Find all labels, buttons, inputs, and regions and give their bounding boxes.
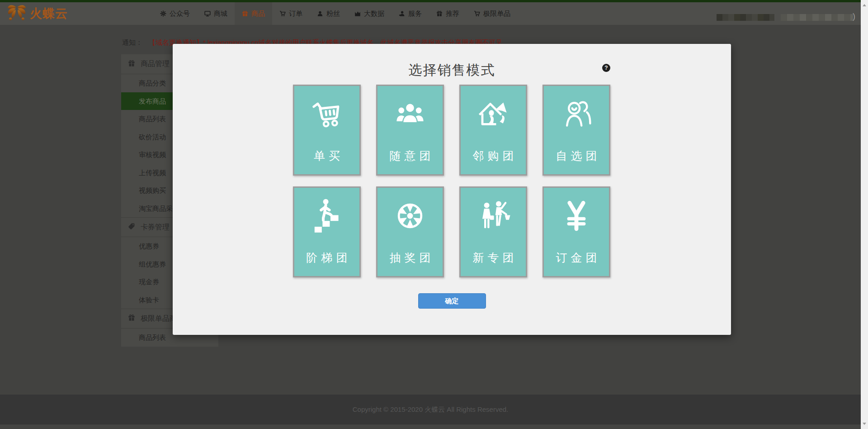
yuan-sign-icon	[558, 198, 594, 234]
nav-item-fans[interactable]: 粉丝	[310, 2, 347, 25]
prize-wheel-icon	[392, 198, 428, 234]
cart-icon	[474, 10, 480, 17]
tile-label: 单买	[294, 148, 359, 163]
tile-single-buy[interactable]: 单买	[293, 85, 361, 176]
gift-icon	[128, 60, 135, 69]
tile-label: 阶梯团	[294, 250, 359, 265]
nav-item-official-account[interactable]: 公众号	[153, 2, 197, 25]
user-suffix: )	[853, 12, 855, 21]
stairs-person-icon	[309, 198, 345, 234]
nav-item-services[interactable]: 服务	[392, 2, 429, 25]
gift-icon	[128, 314, 135, 323]
scroll-down-icon[interactable]	[863, 423, 866, 425]
confirm-button[interactable]: 确定	[418, 293, 486, 309]
tile-label: 抽奖团	[377, 250, 443, 265]
nav-item-recommend[interactable]: 推荐	[429, 2, 467, 25]
redacted-user-info	[717, 14, 774, 21]
nav-item-big-data[interactable]: 大数据	[347, 2, 392, 25]
house-group-icon	[475, 96, 511, 132]
logo[interactable]: 火蝶云	[6, 2, 68, 25]
tile-neighbor-group[interactable]: 邻购团	[459, 85, 527, 176]
footer: Copyright © 2015-2020 火蝶云 All Rights Res…	[0, 395, 861, 424]
people-outline-icon	[558, 96, 594, 132]
nav-menu: 公众号 商城 商品 订单 粉丝 大数据 服务 推荐	[153, 2, 518, 25]
tile-label: 新专团	[461, 250, 526, 265]
service-user-icon	[399, 10, 405, 17]
top-navbar: 火蝶云 公众号 商城 商品 订单 粉丝 大数据 服务	[0, 2, 861, 25]
modal-title: 选择销售模式	[173, 61, 731, 80]
shopping-cart-icon	[309, 96, 345, 132]
gift-icon	[436, 10, 443, 17]
user-icon	[317, 10, 323, 17]
scroll-up-icon[interactable]	[863, 4, 866, 6]
gift-icon	[242, 10, 248, 17]
tile-ladder-group[interactable]: 阶梯团	[293, 186, 361, 277]
sale-mode-grid: 单买 随意团	[293, 85, 610, 277]
tile-label: 订金团	[544, 250, 609, 265]
people-group-icon	[392, 96, 428, 132]
shoppers-icon	[475, 198, 511, 234]
logo-text: 火蝶云	[30, 5, 68, 22]
nav-item-limit-items[interactable]: 极限单品	[467, 2, 518, 25]
monitor-icon	[204, 10, 211, 17]
tag-icon	[128, 223, 135, 232]
tile-casual-group[interactable]: 随意团	[376, 85, 444, 176]
nav-item-mall[interactable]: 商城	[197, 2, 235, 25]
page-scrollbar[interactable]	[861, 0, 868, 429]
chart-icon	[354, 10, 361, 17]
butterfly-logo-icon	[6, 4, 27, 24]
bottom-strip	[0, 424, 861, 429]
nav-item-orders[interactable]: 订单	[272, 2, 310, 25]
tile-label: 自选团	[544, 148, 609, 163]
tile-lottery-group[interactable]: 抽奖团	[376, 186, 444, 277]
sale-mode-modal: 选择销售模式 ? 单买	[173, 44, 731, 335]
copyright-text: Copyright © 2015-2020 火蝶云 All Rights Res…	[353, 405, 509, 414]
tile-deposit-group[interactable]: 订金团	[542, 186, 610, 277]
tile-label: 邻购团	[461, 148, 526, 163]
redacted-user-name	[781, 14, 853, 21]
question-circle-icon[interactable]: ?	[602, 64, 610, 72]
tile-self-select-group[interactable]: 自选团	[542, 85, 610, 176]
gear-icon	[160, 10, 166, 17]
tile-new-special-group[interactable]: 新专团	[459, 186, 527, 277]
notice-label: 通知：	[122, 38, 142, 46]
nav-item-products[interactable]: 商品	[235, 2, 272, 25]
tile-label: 随意团	[377, 148, 443, 163]
cart-icon	[279, 10, 286, 17]
